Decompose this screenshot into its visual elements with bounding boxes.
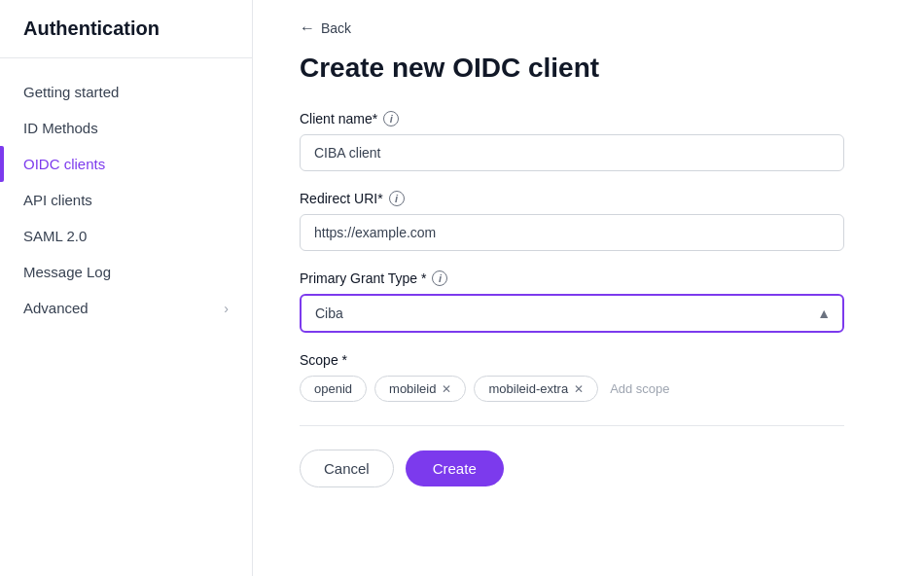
sidebar-item-label: SAML 2.0	[23, 228, 87, 244]
scope-tag-mobileid: mobileid ✕	[374, 376, 466, 402]
sidebar-item-advanced[interactable]: Advanced ›	[0, 290, 252, 326]
sidebar-item-label: Advanced	[23, 300, 89, 316]
sidebar-item-label: Getting started	[23, 84, 119, 100]
grant-type-group: Primary Grant Type * i Ciba Authorizatio…	[300, 270, 877, 333]
scope-tag-openid: openid	[300, 376, 367, 402]
chevron-right-icon: ›	[224, 301, 229, 316]
sidebar-item-message-log[interactable]: Message Log	[0, 254, 252, 290]
main-content: ← Back Create new OIDC client Client nam…	[253, 0, 924, 576]
sidebar-item-id-methods[interactable]: ID Methods	[0, 110, 252, 146]
back-arrow-icon: ←	[300, 19, 315, 37]
create-button[interactable]: Create	[406, 450, 504, 486]
client-name-info-icon[interactable]: i	[383, 111, 399, 126]
scope-label: Scope *	[300, 352, 877, 368]
redirect-uri-input[interactable]	[300, 214, 844, 251]
back-label: Back	[321, 20, 351, 36]
redirect-uri-group: Redirect URI* i	[300, 191, 877, 251]
cancel-button[interactable]: Cancel	[300, 450, 394, 487]
remove-mobileid-button[interactable]: ✕	[442, 382, 451, 396]
grant-type-info-icon[interactable]: i	[432, 270, 447, 286]
sidebar-item-getting-started[interactable]: Getting started	[0, 74, 252, 110]
sidebar-item-label: OIDC clients	[23, 156, 105, 172]
sidebar-item-oidc-clients[interactable]: OIDC clients	[0, 146, 252, 182]
form-divider	[300, 425, 844, 426]
scope-tag-label: mobileid	[389, 381, 436, 396]
sidebar-item-api-clients[interactable]: API clients	[0, 182, 252, 218]
add-scope-button[interactable]: Add scope	[606, 377, 673, 401]
page-title: Create new OIDC client	[300, 53, 877, 84]
grant-type-select-wrapper: Ciba Authorization Code Client Credentia…	[300, 294, 844, 333]
remove-mobileid-extra-button[interactable]: ✕	[574, 382, 584, 396]
sidebar-item-label: API clients	[23, 192, 92, 208]
sidebar-nav: Getting started ID Methods OIDC clients …	[0, 58, 252, 342]
scope-tag-mobileid-extra: mobileid-extra ✕	[474, 376, 598, 402]
sidebar-item-saml2[interactable]: SAML 2.0	[0, 218, 252, 254]
client-name-input[interactable]	[300, 134, 844, 171]
client-name-group: Client name* i	[300, 111, 877, 171]
grant-type-select[interactable]: Ciba Authorization Code Client Credentia…	[300, 294, 844, 333]
redirect-uri-info-icon[interactable]: i	[389, 191, 405, 206]
sidebar: Authentication Getting started ID Method…	[0, 0, 253, 576]
scope-group: Scope * openid mobileid ✕ mobileid-extra…	[300, 352, 877, 402]
sidebar-item-label: Message Log	[23, 264, 111, 280]
scope-tag-label: openid	[314, 381, 352, 396]
button-row: Cancel Create	[300, 450, 877, 487]
scope-tag-label: mobileid-extra	[488, 381, 568, 396]
sidebar-item-label: ID Methods	[23, 120, 98, 136]
scope-container: openid mobileid ✕ mobileid-extra ✕ Add s…	[300, 376, 844, 402]
client-name-label: Client name* i	[300, 111, 877, 126]
back-link[interactable]: ← Back	[300, 19, 877, 37]
grant-type-label: Primary Grant Type * i	[300, 270, 877, 286]
sidebar-title: Authentication	[0, 0, 252, 58]
redirect-uri-label: Redirect URI* i	[300, 191, 877, 206]
